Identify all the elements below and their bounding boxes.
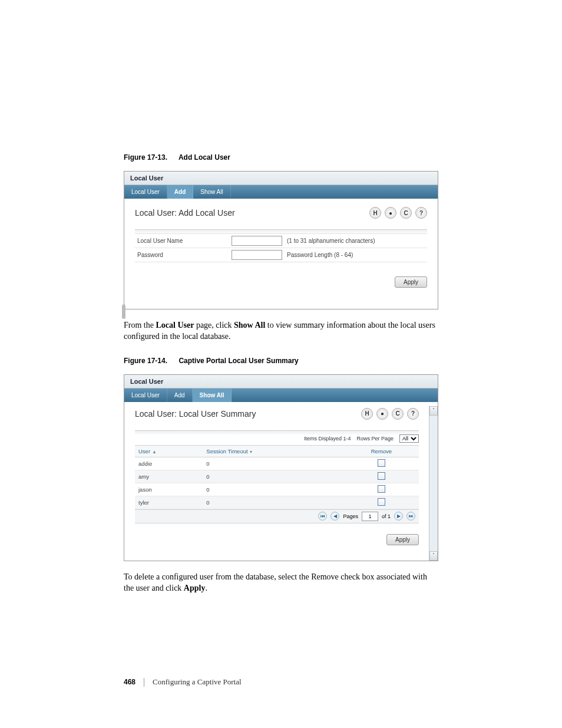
apply-row: Apply (135, 262, 427, 295)
user-summary-table: User▲ Session Timeout▾ Remove addie 0 am… (135, 445, 419, 509)
tab-local-user-2[interactable]: Local User (124, 388, 167, 402)
rows-per-page-select[interactable]: All (399, 434, 419, 443)
figure2-title: Captive Portal Local User Summary (178, 357, 298, 365)
col-timeout-label: Session Timeout (206, 448, 247, 454)
sort-asc-icon: ▲ (152, 449, 157, 454)
toolbar-icons: H ● C ? (369, 207, 427, 219)
col-session-timeout[interactable]: Session Timeout▾ (203, 445, 343, 457)
refresh-icon[interactable]: C (400, 207, 412, 219)
paragraph-1: From the Local User page, click Show All… (124, 320, 438, 342)
cell-timeout: 0 (203, 483, 343, 496)
document-page: Figure 17-13. Add Local User Local User … (0, 0, 562, 644)
figure1-caption: Figure 17-13. Add Local User (124, 153, 438, 162)
cell-timeout: 0 (203, 457, 343, 470)
separator-2 (135, 430, 419, 434)
p1-b1: Local User (156, 321, 194, 330)
drag-grip-icon[interactable] (122, 305, 125, 319)
apply-button[interactable]: Apply (395, 276, 427, 288)
page-number: 468 (124, 678, 135, 686)
p2-b1: Apply (184, 584, 206, 592)
p1-mid: page, click (194, 321, 234, 330)
chapter-title: Configuring a Captive Portal (153, 677, 242, 687)
scroll-down-icon[interactable]: ˅ (429, 551, 438, 561)
cell-user: jason (135, 483, 203, 496)
page-next-icon[interactable]: ▶ (394, 512, 403, 521)
scrollbar[interactable]: ˄ ˅ (429, 406, 438, 561)
p1-b2: Show All (234, 321, 265, 330)
toolbar-icons-2: H ● C ? (361, 408, 419, 420)
remove-checkbox[interactable] (378, 459, 385, 467)
figure2-screenshot: Local User Local User Add Show All ˄ ˅ L… (124, 374, 438, 561)
figure1-title: Add Local User (178, 153, 230, 162)
panel-body: Local User: Add Local User H ● C ? Local… (124, 199, 438, 309)
items-displayed: Items Displayed 1-4 (304, 436, 351, 442)
col-user[interactable]: User▲ (135, 445, 203, 457)
panel-titlebar-2: Local User (124, 375, 438, 388)
page-prev-icon[interactable]: ◀ (330, 512, 339, 521)
table-row: jason 0 (135, 483, 419, 496)
tab-show-all-2[interactable]: Show All (193, 388, 232, 402)
separator (135, 229, 427, 233)
col-user-label: User (138, 448, 150, 454)
print-icon-2[interactable]: ● (376, 408, 388, 420)
page-footer: 468 Configuring a Captive Portal (124, 677, 242, 687)
of-label: of 1 (382, 513, 391, 519)
tab-show-all[interactable]: Show All (193, 185, 230, 199)
save-icon-2[interactable]: H (361, 408, 373, 420)
hint-password: Password Length (8 - 64) (287, 252, 353, 258)
cell-timeout: 0 (203, 496, 343, 509)
scroll-up-icon[interactable]: ˄ (429, 406, 438, 416)
col-remove: Remove (344, 445, 419, 457)
label-password: Password (137, 252, 232, 258)
table-row: addie 0 (135, 457, 419, 470)
paragraph-2: To delete a configured user from the dat… (124, 572, 438, 594)
tab-local-user[interactable]: Local User (124, 185, 167, 199)
heading-row: Local User: Add Local User H ● C ? (135, 207, 427, 219)
sort-icon: ▾ (250, 449, 252, 454)
figure1-number: Figure 17-13. (124, 153, 167, 162)
p1-pre: From the (124, 321, 156, 330)
cell-user: tyler (135, 496, 203, 509)
tab-add-2[interactable]: Add (167, 388, 193, 402)
heading-row-2: Local User: Local User Summary H ● C ? (135, 408, 419, 420)
footer-separator (144, 678, 144, 687)
cell-user: amy (135, 470, 203, 483)
pager-row: ⏮ ◀ Pages of 1 ▶ ⏭ (135, 509, 419, 523)
figure2-number: Figure 17-14. (124, 357, 167, 365)
figure1-screenshot: Local User Local User Add Show All Local… (124, 171, 438, 309)
tab-add[interactable]: Add (167, 185, 193, 199)
row-password: Password Password Length (8 - 64) (135, 248, 427, 262)
row-local-user-name: Local User Name (1 to 31 alphanumeric ch… (135, 233, 427, 248)
input-password[interactable] (232, 250, 282, 260)
remove-checkbox[interactable] (378, 472, 385, 480)
hint-local-user-name: (1 to 31 alphanumeric characters) (287, 238, 375, 244)
page-heading: Local User: Add Local User (135, 208, 235, 218)
page-last-icon[interactable]: ⏭ (406, 512, 415, 521)
remove-checkbox[interactable] (378, 485, 385, 493)
table-header-row: User▲ Session Timeout▾ Remove (135, 445, 419, 457)
panel-titlebar: Local User (124, 172, 438, 185)
help-icon[interactable]: ? (415, 207, 427, 219)
apply-button-2[interactable]: Apply (386, 534, 419, 545)
rows-per-page-label: Rows Per Page (356, 436, 394, 442)
cell-user: addie (135, 457, 203, 470)
input-local-user-name[interactable] (232, 236, 282, 246)
tab-bar: Local User Add Show All (124, 185, 438, 199)
save-icon[interactable]: H (369, 207, 381, 219)
table-meta-row: Items Displayed 1-4 Rows Per Page All (135, 434, 419, 443)
pages-label: Pages (343, 513, 358, 519)
cell-timeout: 0 (203, 470, 343, 483)
page-input[interactable] (362, 512, 378, 521)
p2-pre: To delete a configured user from the dat… (124, 572, 427, 592)
remove-checkbox[interactable] (378, 498, 385, 506)
figure2-caption: Figure 17-14. Captive Portal Local User … (124, 357, 438, 365)
panel-body-2: Local User: Local User Summary H ● C ? I… (124, 402, 429, 561)
refresh-icon-2[interactable]: C (392, 408, 404, 420)
apply-row-2: Apply (135, 523, 419, 552)
table-row: amy 0 (135, 470, 419, 483)
page-heading-2: Local User: Local User Summary (135, 409, 256, 419)
help-icon-2[interactable]: ? (407, 408, 419, 420)
page-first-icon[interactable]: ⏮ (318, 512, 327, 521)
tab-bar-2: Local User Add Show All (124, 388, 438, 402)
print-icon[interactable]: ● (385, 207, 396, 219)
